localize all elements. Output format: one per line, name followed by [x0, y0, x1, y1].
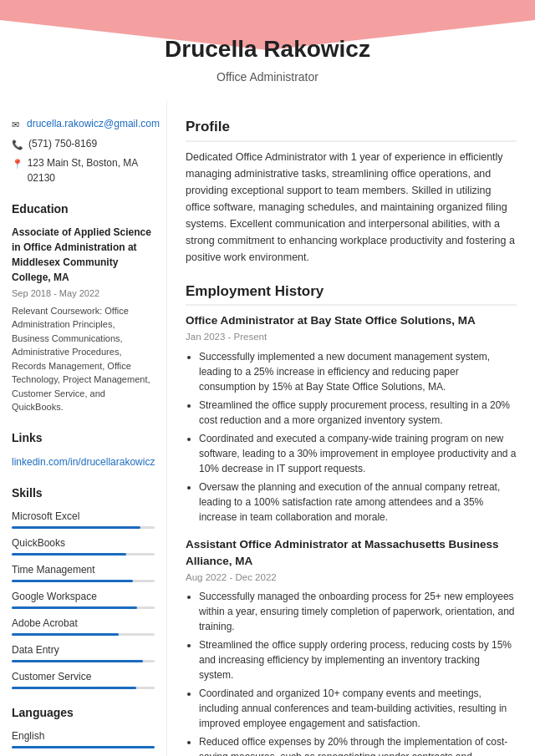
skill-bar-bg — [12, 553, 155, 556]
email-link[interactable]: drucella.rakowicz@gmail.com — [27, 116, 160, 131]
skill-item: Adobe Acrobat — [12, 616, 155, 636]
language-name: English — [12, 728, 155, 743]
skill-bar-fill — [12, 660, 143, 662]
languages-section: Languages English Spanish — [12, 704, 155, 756]
profile-section: Profile Dedicated Office Administrator w… — [186, 116, 517, 266]
language-bar-fill — [12, 746, 155, 748]
email-contact: ✉ drucella.rakowicz@gmail.com — [12, 116, 155, 132]
skill-bar-fill — [12, 580, 133, 582]
job-title: Assistant Office Administrator at Massac… — [186, 536, 517, 571]
job-bullets: Successfully implemented a new document … — [186, 349, 517, 525]
skill-item: Time Management — [12, 562, 155, 582]
skill-item: Microsoft Excel — [12, 509, 155, 529]
skill-bar-bg — [12, 526, 155, 529]
profile-text: Dedicated Office Administrator with 1 ye… — [186, 149, 517, 266]
phone-icon: 📞 — [12, 138, 23, 152]
job-bullet: Reduced office expenses by 20% through t… — [199, 734, 517, 756]
skill-bar-bg — [12, 660, 155, 662]
job-bullet: Oversaw the planning and execution of th… — [199, 479, 517, 525]
resume-header: Drucella Rakowicz Office Administrator — [0, 0, 535, 101]
phone-contact: 📞 (571) 750-8169 — [12, 136, 155, 152]
skills-list: Microsoft Excel QuickBooks Time Manageme… — [12, 509, 155, 689]
job-bullets: Successfully managed the onboarding proc… — [186, 589, 517, 756]
job-date: Aug 2022 - Dec 2022 — [186, 571, 517, 585]
job-bullet: Coordinated and organized 10+ company ev… — [199, 686, 517, 731]
main-content: Profile Dedicated Office Administrator w… — [167, 101, 535, 756]
skill-item: QuickBooks — [12, 535, 155, 556]
address-contact: 📍 123 Main St, Boston, MA 02130 — [12, 155, 155, 185]
skill-name: QuickBooks — [12, 535, 155, 551]
education-date: Sep 2018 - May 2022 — [12, 287, 155, 301]
skill-name: Microsoft Excel — [12, 509, 155, 524]
address-text: 123 Main St, Boston, MA 02130 — [28, 155, 155, 185]
skill-bar-fill — [12, 606, 137, 609]
skill-name: Data Entry — [12, 642, 155, 657]
job-block: Assistant Office Administrator at Massac… — [186, 536, 517, 757]
skill-bar-bg — [12, 633, 155, 636]
linkedin-link-container: linkedin.com/in/drucellarakowicz — [12, 454, 155, 470]
job-bullet: Successfully implemented a new document … — [199, 349, 517, 394]
skill-item: Customer Service — [12, 669, 155, 689]
education-degree: Associate of Applied Science in Office A… — [12, 225, 155, 285]
job-bullet: Successfully managed the onboarding proc… — [199, 589, 517, 634]
skill-name: Time Management — [12, 562, 155, 577]
skill-item: Google Workspace — [12, 589, 155, 609]
job-bullet: Streamlined the office supply procuremen… — [199, 398, 517, 428]
job-block: Office Administrator at Bay State Office… — [186, 312, 517, 525]
main-layout: ✉ drucella.rakowicz@gmail.com 📞 (571) 75… — [0, 101, 535, 756]
languages-title: Languages — [12, 704, 155, 722]
skill-bar-fill — [12, 633, 119, 636]
skills-title: Skills — [12, 485, 155, 502]
skill-bar-fill — [12, 553, 126, 556]
sidebar: ✉ drucella.rakowicz@gmail.com 📞 (571) 75… — [0, 101, 167, 756]
location-icon: 📍 — [12, 157, 23, 171]
links-section: Links linkedin.com/in/drucellarakowicz — [12, 429, 155, 470]
education-section: Education Associate of Applied Science i… — [12, 200, 155, 414]
languages-list: English Spanish — [12, 728, 155, 756]
language-item: English — [12, 728, 155, 748]
candidate-title: Office Administrator — [0, 68, 535, 86]
links-title: Links — [12, 429, 155, 447]
candidate-name: Drucella Rakowicz — [0, 32, 535, 67]
profile-section-title: Profile — [186, 116, 517, 142]
skill-bar-fill — [12, 526, 140, 529]
job-bullet: Streamlined the office supply ordering p… — [199, 637, 517, 682]
contact-section: ✉ drucella.rakowicz@gmail.com 📞 (571) 75… — [12, 116, 155, 185]
education-coursework: Relevant Coursework: Office Administrati… — [12, 304, 155, 414]
language-bar-bg — [12, 746, 155, 748]
employment-section: Employment History Office Administrator … — [186, 281, 517, 757]
employment-section-title: Employment History — [186, 281, 517, 307]
skill-bar-bg — [12, 580, 155, 582]
skill-bar-bg — [12, 606, 155, 609]
skill-item: Data Entry — [12, 642, 155, 662]
email-icon: ✉ — [12, 118, 22, 132]
skills-section: Skills Microsoft Excel QuickBooks Time M… — [12, 485, 155, 689]
skill-bar-fill — [12, 687, 136, 689]
job-date: Jan 2023 - Present — [186, 330, 517, 344]
skill-bar-bg — [12, 687, 155, 689]
skill-name: Google Workspace — [12, 589, 155, 604]
phone-number: (571) 750-8169 — [28, 136, 97, 151]
jobs-list: Office Administrator at Bay State Office… — [186, 312, 517, 756]
job-title: Office Administrator at Bay State Office… — [186, 312, 517, 329]
education-title: Education — [12, 200, 155, 218]
skill-name: Customer Service — [12, 669, 155, 684]
job-bullet: Coordinated and executed a company-wide … — [199, 431, 517, 476]
skill-name: Adobe Acrobat — [12, 616, 155, 631]
linkedin-link[interactable]: linkedin.com/in/drucellarakowicz — [12, 456, 155, 468]
